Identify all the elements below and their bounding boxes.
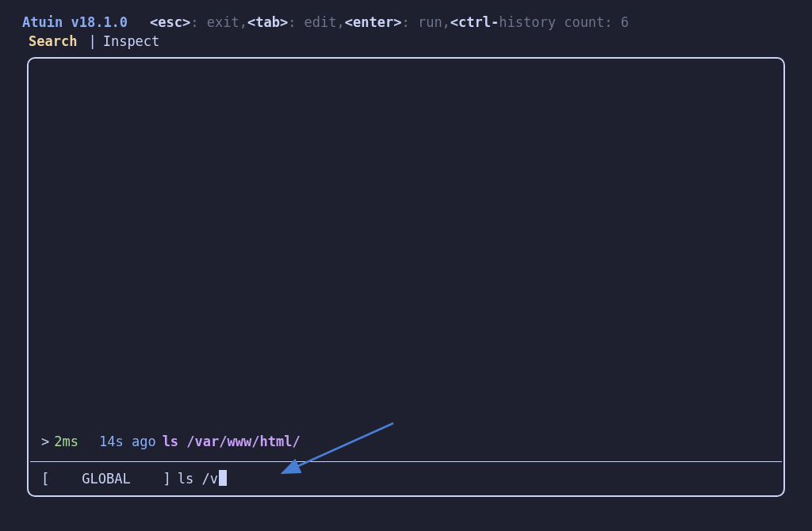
search-divider <box>30 461 782 462</box>
header-bar: Atuin v18.1.0 <esc> : exit, <tab> : edit… <box>0 0 812 30</box>
key-enter: <enter> <box>345 14 402 30</box>
app-version: v18.1.0 <box>63 14 128 30</box>
history-count: history count: 6 <box>499 14 629 30</box>
command-time-ago: 14s ago <box>99 434 156 449</box>
search-scope: [ GLOBAL ] <box>41 471 171 487</box>
history-result-row[interactable]: > 2ms 14s ago ls /var/www/html/ <box>41 434 301 449</box>
tab-bar: Search | Inspect <box>0 30 812 51</box>
key-esc-desc: : exit, <box>190 14 247 30</box>
search-input[interactable]: ls /v <box>178 471 218 487</box>
search-row[interactable]: [ GLOBAL ] ls /v <box>41 470 227 487</box>
results-panel: > 2ms 14s ago ls /var/www/html/ [ GLOBAL… <box>27 57 785 497</box>
tab-inspect[interactable]: Inspect <box>103 33 160 49</box>
tab-separator: | <box>88 33 96 49</box>
key-tab-desc: : edit, <box>288 14 345 30</box>
command-text: ls /var/www/html/ <box>163 434 301 449</box>
tab-search[interactable]: Search <box>24 32 82 51</box>
arrow-annotation-icon <box>274 419 401 483</box>
cursor-icon <box>219 470 227 486</box>
selection-marker-icon: > <box>41 434 49 449</box>
key-tab: <tab> <box>247 14 288 30</box>
app-name: Atuin <box>22 14 63 30</box>
key-ctrl: <ctrl- <box>450 14 499 30</box>
command-duration: 2ms <box>54 434 79 449</box>
key-esc: <esc> <box>150 14 190 30</box>
key-enter-desc: : run, <box>401 14 450 30</box>
